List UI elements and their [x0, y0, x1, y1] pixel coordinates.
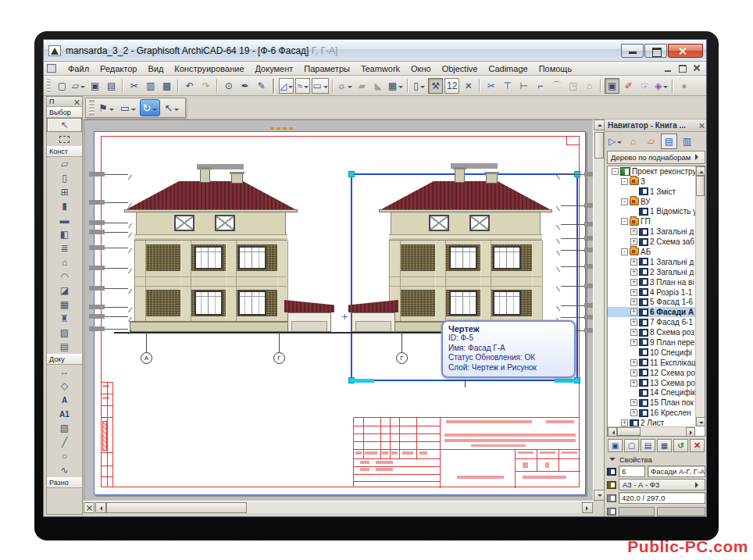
new-layout-button[interactable]: ▢	[624, 439, 639, 452]
vertical-scrollbar[interactable]	[593, 119, 604, 501]
scroll-left-icon[interactable]	[95, 502, 106, 513]
tree-item[interactable]: + 13 Схема ро	[608, 378, 695, 388]
save-icon[interactable]: ▣	[87, 78, 102, 94]
tree-expand-toggle[interactable]: +	[630, 339, 637, 346]
tree-item[interactable]: + 5 Фасад 1-6	[608, 297, 695, 307]
tree-expand-toggle[interactable]: +	[630, 269, 637, 276]
tree-item[interactable]: 1 Відомість у	[608, 206, 695, 216]
find-select-icon[interactable]: ⊙	[221, 78, 236, 94]
trim-corner-icon[interactable]: ⌐	[533, 78, 548, 94]
tree-expand-toggle[interactable]: +	[621, 419, 628, 426]
level-dimension-tool[interactable]: ◇	[47, 379, 82, 393]
tree-expand-toggle[interactable]: +	[630, 369, 637, 376]
scroll-left-icon[interactable]	[608, 427, 617, 437]
pick-parameters-icon[interactable]: ✒	[237, 78, 252, 94]
tree-item[interactable]: + 2 Схема заб	[608, 237, 695, 247]
tree-item[interactable]: + 11 Експлікац	[608, 358, 695, 368]
toolbox-header[interactable]: П	[47, 97, 82, 107]
menu-item[interactable]: Окно	[405, 63, 437, 74]
label-tool[interactable]: А1	[47, 407, 82, 421]
menu-item[interactable]: Редактор	[95, 63, 142, 74]
tree-expand-toggle[interactable]: +	[630, 319, 637, 326]
tree-expand-toggle[interactable]: +	[630, 238, 637, 245]
adjust-icon[interactable]: ⊤	[500, 78, 515, 94]
tree-expand-toggle[interactable]: +	[630, 380, 637, 387]
new-document-icon[interactable]: ▢	[55, 78, 70, 94]
cut-field[interactable]	[619, 507, 655, 516]
marker-icon[interactable]: ▯	[412, 78, 426, 94]
tree-expand-toggle[interactable]: -	[612, 168, 619, 175]
tree-expand-toggle[interactable]: +	[630, 279, 637, 286]
horizontal-scrollbar[interactable]	[84, 501, 593, 513]
open-file-icon[interactable]: ▱	[71, 78, 86, 94]
dimension-tool[interactable]: ↔	[47, 365, 82, 379]
mdi-close-icon[interactable]	[692, 64, 701, 73]
selection-handle[interactable]	[574, 377, 580, 383]
column-tool[interactable]: ▮	[47, 199, 82, 213]
inject-parameters-icon[interactable]: ✎	[254, 78, 269, 94]
resize-icon[interactable]: ◳	[566, 78, 580, 94]
tree-item[interactable]: + 2 Лист	[608, 418, 695, 426]
tree-item[interactable]: + 1 Загальні д	[608, 257, 695, 267]
tree-expand-toggle[interactable]: -	[621, 248, 628, 255]
slab-tool[interactable]: ◧	[47, 227, 82, 241]
sun-settings-icon[interactable]: ☼	[337, 78, 353, 94]
mesh-tool[interactable]: ▤	[47, 340, 82, 354]
fill-tool[interactable]: ▧	[47, 421, 82, 435]
curtain-wall-tool[interactable]: ▦	[47, 298, 82, 312]
tree-expand-toggle[interactable]: +	[630, 289, 637, 296]
scale-check-icon[interactable]: 12	[444, 78, 459, 94]
delete-button[interactable]: ✕	[690, 439, 705, 452]
tree-expand-toggle[interactable]: +	[630, 399, 637, 406]
marquee-tool[interactable]	[47, 132, 82, 146]
guide-lines-icon[interactable]: ≈	[295, 78, 310, 94]
drawing-viewport[interactable]: А Г	[84, 119, 593, 501]
scrollbar-thumb[interactable]	[594, 132, 604, 159]
tree-item[interactable]: + 9 План пере	[608, 337, 695, 348]
maximize-button[interactable]	[644, 44, 667, 58]
scrollbar-thumb[interactable]	[617, 427, 641, 436]
tree-item[interactable]: + 15 План пок	[608, 398, 695, 408]
scroll-right-icon[interactable]	[686, 427, 695, 437]
split-icon[interactable]: ✂	[484, 78, 498, 94]
roof-tool[interactable]: ⌂	[47, 255, 82, 269]
print-icon[interactable]: ▤	[104, 78, 119, 94]
tree-item[interactable]: - Проект реконструк	[608, 166, 695, 177]
tree-item[interactable]: + 2 Загальні д	[608, 267, 695, 277]
organizer-icon[interactable]: ▦	[387, 78, 404, 94]
arrow-cursor-icon[interactable]: ↖	[162, 99, 182, 116]
morph-display-icon[interactable]: ◈	[654, 78, 669, 94]
tree-item[interactable]: + 8 Схема роз	[608, 327, 695, 337]
close-button[interactable]	[668, 44, 703, 58]
highlight-pen-icon[interactable]: ✐	[621, 78, 636, 94]
morph-tool[interactable]: ◪	[47, 284, 82, 298]
orbit-icon[interactable]: ↻	[140, 99, 160, 116]
tree-mode-dropdown[interactable]: Дерево по поднаборам	[607, 151, 705, 164]
menu-item[interactable]: Файл	[62, 63, 95, 74]
menu-item[interactable]: Objective	[437, 63, 484, 74]
menu-item[interactable]: Документ	[250, 63, 299, 74]
record-icon[interactable]: ●	[676, 78, 691, 94]
walking-mode-icon[interactable]: ⚑	[96, 99, 116, 116]
scroll-right-icon[interactable]	[582, 502, 593, 513]
new-master-layout-button[interactable]: ▦	[657, 439, 672, 452]
navigator-close-icon[interactable]	[699, 123, 705, 128]
tree-vertical-scrollbar[interactable]	[695, 166, 705, 426]
door-tool[interactable]: ▯	[47, 171, 82, 185]
beam-tool[interactable]: ▬	[47, 213, 82, 227]
toolbox-close-icon[interactable]	[74, 99, 80, 105]
tree-expand-toggle[interactable]	[630, 208, 637, 215]
rectangle-method-icon[interactable]: ▭	[118, 99, 138, 116]
tree-expand-toggle[interactable]	[630, 349, 637, 356]
tree-item[interactable]: 14 Специфік	[608, 387, 695, 398]
new-subset-button[interactable]: ▤	[641, 439, 655, 452]
line-tool[interactable]: ╱	[47, 435, 82, 449]
menu-item[interactable]: Помощь	[534, 63, 578, 74]
tree-expand-toggle[interactable]: +	[630, 329, 637, 336]
project-map-icon[interactable]: ⌂	[625, 134, 641, 149]
tree-item[interactable]: + 4 Розріз 1-1	[608, 287, 695, 298]
tree-expand-toggle[interactable]: -	[621, 198, 628, 205]
layout-id-field[interactable]: 6	[619, 465, 645, 477]
properties-header[interactable]: Свойства	[605, 454, 707, 465]
tree-expand-toggle[interactable]: +	[630, 298, 637, 305]
